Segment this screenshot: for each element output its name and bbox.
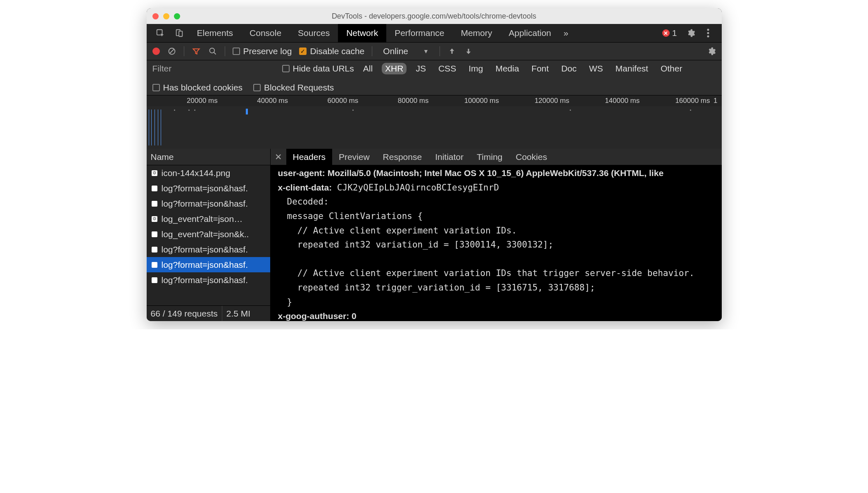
window-title: DevTools - developers.google.com/web/too… <box>147 12 722 21</box>
throttling-value: Online <box>383 46 408 56</box>
detail-tab-headers[interactable]: Headers <box>286 149 332 165</box>
svg-rect-2 <box>179 31 182 36</box>
search-icon[interactable] <box>208 47 217 56</box>
request-row[interactable]: log?format=json&hasf. <box>147 242 270 257</box>
network-split-view: Name ⚙icon-144x144.pnglog?format=json&ha… <box>147 149 722 321</box>
request-row[interactable]: log?format=json&hasf. <box>147 257 270 272</box>
tab-sources[interactable]: Sources <box>290 24 338 42</box>
filter-type-doc[interactable]: Doc <box>558 63 580 74</box>
throttling-select[interactable]: Online ▼ <box>380 46 432 56</box>
checkbox-icon <box>253 84 261 91</box>
request-name: icon-144x144.png <box>162 168 231 178</box>
request-name: log?format=json&hasf. <box>162 183 248 193</box>
tab-overflow[interactable]: » <box>559 24 573 42</box>
preserve-log-checkbox[interactable]: Preserve log <box>233 46 292 56</box>
network-settings-icon[interactable] <box>707 47 716 56</box>
tab-application[interactable]: Application <box>500 24 559 42</box>
request-row[interactable]: ⚙icon-144x144.png <box>147 165 270 181</box>
filter-bar: Filter Hide data URLs All XHR JS CSS Img… <box>147 60 722 95</box>
filter-type-all[interactable]: All <box>360 63 376 74</box>
kebab-menu-icon[interactable] <box>703 28 713 38</box>
hide-data-urls-label: Hide data URLs <box>293 64 354 74</box>
filter-type-other[interactable]: Other <box>657 63 686 74</box>
settings-icon[interactable] <box>685 28 696 38</box>
decoded-label: Decoded: <box>278 195 714 209</box>
request-list[interactable]: ⚙icon-144x144.pnglog?format=json&hasf.lo… <box>147 165 270 305</box>
time-label: 60000 ms <box>290 97 360 105</box>
detail-tab-response[interactable]: Response <box>376 149 429 165</box>
tab-performance[interactable]: Performance <box>386 24 452 42</box>
detail-tab-initiator[interactable]: Initiator <box>428 149 470 165</box>
filter-type-media[interactable]: Media <box>492 63 522 74</box>
disable-cache-checkbox[interactable]: ✓ Disable cache <box>299 46 364 56</box>
document-icon <box>151 261 158 269</box>
request-row[interactable]: log?format=json&hasf. <box>147 196 270 211</box>
request-row[interactable]: ⚙log_event?alt=json… <box>147 211 270 226</box>
filter-icon[interactable] <box>192 47 201 56</box>
request-row[interactable]: log?format=json&hasf. <box>147 181 270 196</box>
request-detail-panel: ✕ Headers Preview Response Initiator Tim… <box>271 149 722 321</box>
timeline-graph[interactable] <box>147 106 722 149</box>
filter-type-img[interactable]: Img <box>465 63 486 74</box>
hide-data-urls-checkbox[interactable]: Hide data URLs <box>282 64 354 74</box>
device-toggle-icon[interactable] <box>174 28 185 38</box>
filter-type-font[interactable]: Font <box>528 63 552 74</box>
transfer-size: 2.5 MI <box>222 306 254 321</box>
filter-type-xhr[interactable]: XHR <box>382 63 407 74</box>
error-count[interactable]: ✕ 1 <box>662 28 677 38</box>
close-detail-icon[interactable]: ✕ <box>271 152 286 162</box>
time-label: 160000 ms <box>641 97 711 105</box>
clear-icon[interactable] <box>167 47 176 56</box>
column-header-name[interactable]: Name <box>147 149 270 165</box>
has-blocked-cookies-label: Has blocked cookies <box>163 83 243 93</box>
request-row[interactable]: log_event?alt=json&k.. <box>147 226 270 242</box>
filter-type-js[interactable]: JS <box>412 63 429 74</box>
time-label: 40000 ms <box>219 97 290 105</box>
detail-tab-timing[interactable]: Timing <box>470 149 509 165</box>
filter-input[interactable]: Filter <box>152 63 276 74</box>
gear-icon: ⚙ <box>151 215 158 223</box>
header-x-client-data-name: x-client-data: <box>278 183 332 192</box>
tab-elements[interactable]: Elements <box>189 24 242 42</box>
timeline-overview[interactable]: 20000 ms 40000 ms 60000 ms 80000 ms 1000… <box>147 95 722 149</box>
header-x-goog-authuser: x-goog-authuser: 0 <box>278 311 357 321</box>
minimize-window-button[interactable] <box>163 13 169 19</box>
document-icon <box>151 276 158 284</box>
svg-point-3 <box>707 29 709 31</box>
tab-memory[interactable]: Memory <box>452 24 500 42</box>
upload-har-icon[interactable] <box>447 47 457 56</box>
filter-row-2: Has blocked cookies Blocked Requests <box>152 83 716 93</box>
error-icon: ✕ <box>662 29 670 37</box>
request-name: log_event?alt=json&k.. <box>162 229 249 239</box>
window-controls <box>152 13 180 19</box>
has-blocked-cookies-checkbox[interactable]: Has blocked cookies <box>152 83 243 93</box>
header-user-agent: user-agent: Mozilla/5.0 (Macintosh; Inte… <box>278 168 664 178</box>
tab-console[interactable]: Console <box>241 24 290 42</box>
maximize-window-button[interactable] <box>174 13 180 19</box>
filter-type-manifest[interactable]: Manifest <box>612 63 652 74</box>
time-label: 20000 ms <box>149 97 219 105</box>
request-name: log_event?alt=json… <box>162 214 243 224</box>
network-status-bar: 66 / 149 requests 2.5 MI <box>147 305 270 321</box>
close-window-button[interactable] <box>152 13 159 19</box>
request-row[interactable]: log?format=json&hasf. <box>147 272 270 288</box>
main-tab-strip: Elements Console Sources Network Perform… <box>147 24 722 42</box>
blocked-requests-label: Blocked Requests <box>264 83 334 93</box>
time-label: 1 <box>712 97 719 105</box>
devtools-window: DevTools - developers.google.com/web/too… <box>147 8 722 321</box>
headers-body[interactable]: user-agent: Mozilla/5.0 (Macintosh; Inte… <box>271 165 722 321</box>
inspect-element-icon[interactable] <box>155 28 166 38</box>
chevron-down-icon: ▼ <box>423 48 429 55</box>
filter-type-css[interactable]: CSS <box>435 63 459 74</box>
blocked-requests-checkbox[interactable]: Blocked Requests <box>253 83 334 93</box>
record-button[interactable] <box>152 48 160 55</box>
detail-tab-preview[interactable]: Preview <box>332 149 376 165</box>
detail-tab-cookies[interactable]: Cookies <box>509 149 554 165</box>
request-name: log?format=json&hasf. <box>162 199 248 209</box>
download-har-icon[interactable] <box>464 47 473 56</box>
document-icon <box>151 200 158 207</box>
timeline-ruler: 20000 ms 40000 ms 60000 ms 80000 ms 1000… <box>147 95 722 106</box>
tab-network[interactable]: Network <box>338 24 386 42</box>
filter-type-ws[interactable]: WS <box>586 63 606 74</box>
network-toolbar: Preserve log ✓ Disable cache Online ▼ <box>147 42 722 60</box>
